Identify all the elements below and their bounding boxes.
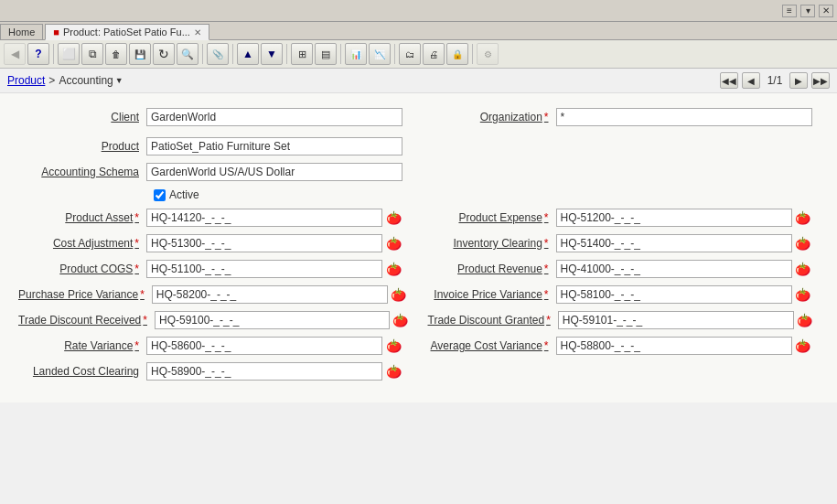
breadcrumb-current-label: Accounting	[59, 74, 113, 87]
product-revenue-input[interactable]	[556, 260, 792, 278]
chart-button[interactable]: 📉	[369, 43, 391, 65]
trade-discount-granted-input[interactable]	[558, 311, 794, 329]
landed-cost-clearing-picker[interactable]: 🍅	[384, 362, 402, 381]
lock-button[interactable]: 🔒	[446, 43, 468, 65]
inventory-clearing-picker[interactable]: 🍅	[794, 234, 812, 252]
toolbar: ◀ ? ⬜ ⧉ 🗑 💾 ↻ 🔍 📎 ▲ ▼ ⊞ ▤ 📊 📉 🗂 🖨 🔒 ⚙	[0, 40, 837, 69]
tab-product[interactable]: ■ Product: PatioSet Patio Fu... ✕	[45, 24, 209, 40]
product-cogs-row: Product COGS 🍅	[18, 260, 410, 278]
invoice-price-variance-picker[interactable]: 🍅	[794, 285, 812, 304]
organization-input[interactable]	[556, 108, 812, 126]
inventory-clearing-input[interactable]	[556, 234, 792, 252]
nav-next-button[interactable]: ▶	[789, 72, 808, 89]
landed-cost-clearing-label[interactable]: Landed Cost Clearing	[18, 365, 146, 378]
copy-button[interactable]: ⧉	[81, 43, 103, 65]
purchase-price-variance-row: Purchase Price Variance 🍅	[18, 285, 410, 304]
accounting-fields: Product Asset 🍅 Cost Adjustment 🍅 Produc…	[18, 209, 819, 388]
cost-adjustment-label[interactable]: Cost Adjustment	[18, 237, 146, 250]
average-cost-variance-input[interactable]	[556, 337, 792, 355]
cost-adjustment-input[interactable]	[146, 234, 382, 252]
average-cost-variance-label[interactable]: Average Cost Variance	[428, 339, 556, 352]
restore-button[interactable]: ▾	[800, 5, 815, 17]
rate-variance-input[interactable]	[146, 337, 382, 355]
toolbar-separator-3	[232, 44, 233, 64]
product-revenue-picker[interactable]: 🍅	[794, 260, 812, 278]
landed-cost-clearing-field: 🍅	[146, 362, 402, 381]
nav-down-button[interactable]: ▼	[261, 43, 283, 65]
tab-product-icon: ■	[53, 27, 59, 38]
product-asset-input[interactable]	[146, 209, 382, 227]
landed-cost-clearing-input[interactable]	[146, 362, 382, 381]
organization-section: Organization	[428, 108, 820, 134]
accounting-schema-label[interactable]: Accounting Schema	[18, 166, 146, 178]
cost-adjustment-row: Cost Adjustment 🍅	[18, 234, 410, 252]
client-input[interactable]	[146, 108, 402, 126]
help-button[interactable]: ?	[27, 43, 49, 65]
save-button[interactable]: 💾	[129, 43, 151, 65]
purchase-price-variance-field: 🍅	[152, 285, 408, 304]
product-input[interactable]	[146, 137, 402, 155]
breadcrumb-current[interactable]: Accounting ▼	[59, 74, 123, 87]
invoice-price-variance-field: 🍅	[556, 285, 812, 304]
product-asset-picker[interactable]: 🍅	[384, 209, 402, 227]
nav-first-button[interactable]: ◀◀	[720, 72, 738, 89]
product-label[interactable]: Product	[18, 140, 146, 153]
average-cost-variance-field: 🍅	[556, 337, 812, 355]
product-cogs-label[interactable]: Product COGS	[18, 263, 146, 275]
product-asset-label[interactable]: Product Asset	[18, 211, 146, 224]
trade-discount-received-picker[interactable]: 🍅	[392, 311, 410, 329]
report-button[interactable]: 📊	[345, 43, 367, 65]
new-button[interactable]: ⬜	[58, 43, 80, 65]
breadcrumb-dropdown-icon[interactable]: ▼	[115, 76, 123, 85]
invoice-price-variance-label[interactable]: Invoice Price Variance	[428, 288, 556, 301]
product-cogs-picker[interactable]: 🍅	[384, 260, 402, 278]
toolbar-separator-5	[340, 44, 341, 64]
process-button[interactable]: ⚙	[477, 43, 499, 65]
product-expense-label[interactable]: Product Expense	[428, 211, 556, 224]
average-cost-variance-picker[interactable]: 🍅	[794, 337, 812, 355]
find-button[interactable]: 🔍	[177, 43, 199, 65]
toolbar-separator-2	[202, 44, 203, 64]
trade-discount-received-input[interactable]	[155, 311, 390, 329]
inventory-clearing-label[interactable]: Inventory Clearing	[428, 237, 556, 250]
attach-button[interactable]: 📎	[207, 43, 229, 65]
delete-button[interactable]: 🗑	[105, 43, 127, 65]
grid-button[interactable]: ⊞	[291, 43, 313, 65]
purchase-price-variance-picker[interactable]: 🍅	[390, 285, 408, 304]
tab-close-icon[interactable]: ✕	[194, 27, 201, 38]
accounting-schema-input[interactable]	[146, 163, 402, 181]
back-button[interactable]: ◀	[4, 43, 26, 65]
tab-home[interactable]: Home	[0, 24, 43, 39]
print-button[interactable]: 🖨	[423, 43, 445, 65]
active-checkbox[interactable]	[154, 189, 166, 201]
menu-icon[interactable]: ≡	[782, 5, 797, 17]
archive-button[interactable]: 🗂	[399, 43, 421, 65]
trade-discount-granted-label[interactable]: Trade Discount Granted	[428, 314, 558, 327]
rate-variance-label[interactable]: Rate Variance	[18, 339, 146, 352]
product-cogs-input[interactable]	[146, 260, 382, 278]
organization-label[interactable]: Organization	[428, 111, 556, 123]
refresh-button[interactable]: ↻	[153, 43, 175, 65]
client-section: Client	[18, 108, 410, 134]
product-revenue-label[interactable]: Product Revenue	[428, 263, 556, 275]
page-info: 1/1	[764, 74, 786, 87]
product-expense-picker[interactable]: 🍅	[794, 209, 812, 227]
client-label[interactable]: Client	[18, 111, 146, 123]
pagination-area: ◀◀ ◀ 1/1 ▶ ▶▶	[720, 72, 830, 89]
rate-variance-picker[interactable]: 🍅	[384, 337, 402, 355]
form-button[interactable]: ▤	[315, 43, 337, 65]
purchase-price-variance-input[interactable]	[152, 285, 388, 304]
trade-discount-granted-picker[interactable]: 🍅	[796, 311, 814, 329]
nav-last-button[interactable]: ▶▶	[811, 72, 830, 89]
cost-adjustment-picker[interactable]: 🍅	[384, 234, 402, 252]
purchase-price-variance-label[interactable]: Purchase Price Variance	[18, 288, 152, 301]
breadcrumb-parent[interactable]: Product	[7, 74, 45, 87]
close-button[interactable]: ✕	[819, 5, 833, 17]
toolbar-separator-1	[53, 44, 54, 64]
nav-up-button[interactable]: ▲	[237, 43, 259, 65]
product-expense-input[interactable]	[556, 209, 792, 227]
product-expense-row: Product Expense 🍅	[428, 209, 820, 227]
invoice-price-variance-input[interactable]	[556, 285, 792, 304]
trade-discount-received-label[interactable]: Trade Discount Received	[18, 314, 155, 327]
nav-prev-button[interactable]: ◀	[742, 72, 760, 89]
